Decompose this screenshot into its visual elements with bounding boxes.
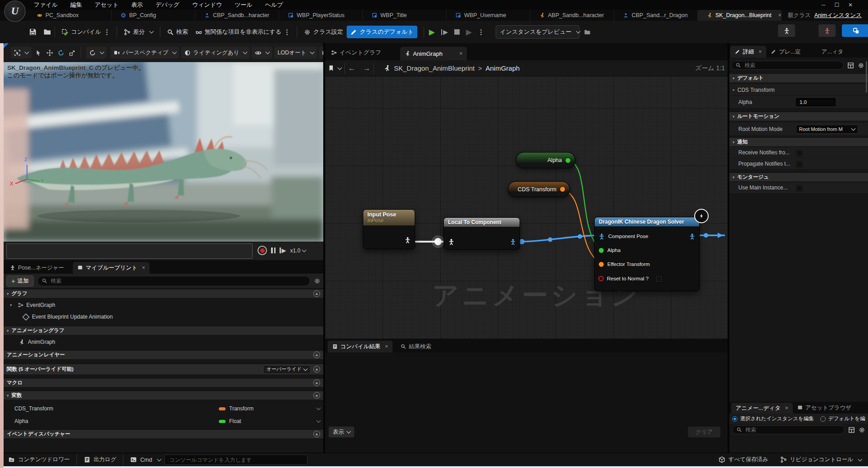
advance-button[interactable]: ▶ [466,28,472,36]
asset-tab-wbp-playerstatus[interactable]: WBP_PlayerStatus [279,10,363,21]
gear-icon[interactable] [314,278,321,284]
asset-tab-cbp-sand-dragon[interactable]: CBP_Sand...r_Dragon [614,10,698,21]
asset-tab-wbp-username[interactable]: WBP_Username [447,10,530,21]
graph-canvas[interactable]: アニメーション Alpha CD [325,76,728,339]
asset-tab-sk-dragon-blueprint[interactable]: SK_Dragon...Blueprint× [698,10,782,21]
edit-defaults-radio[interactable] [820,416,826,422]
tab-close-icon[interactable]: × [778,12,781,18]
asset-tab-wbp-title[interactable]: WBP_Title [363,10,447,21]
cmd-dropdown[interactable]: Cmd [130,456,160,463]
propagate-notifies-checkbox[interactable] [796,161,803,168]
parent-class-link[interactable]: Animインスタンス [814,12,862,19]
breadcrumb-current[interactable]: AnimGraph [485,64,520,72]
alpha-value-input[interactable] [796,98,836,106]
preview-mesh-button[interactable] [778,24,795,37]
close-icon[interactable]: ✕ [844,2,857,8]
output-log-button[interactable]: 出力ログ [84,456,117,464]
tab-my-blueprint[interactable]: マイブループリント× [73,262,149,274]
tab-close-icon[interactable]: × [759,49,762,55]
variable-row-cds-transform[interactable]: CDS_Transform Transform [4,403,323,414]
tab-close-icon[interactable]: × [385,343,388,350]
section-functions[interactable]: 関数 (5 オーバーライド可能) オーバーライド + [4,364,323,374]
tab-preview-settings[interactable]: プレ...定 [766,46,805,58]
step-forward-button[interactable]: ▶ [280,248,286,253]
asset-tab-bp-config[interactable]: BP_Config [112,10,195,21]
minimize-icon[interactable]: ─ [817,2,830,8]
component-pose-output-pin-icon[interactable] [689,233,696,240]
list-item-event-update-animation[interactable]: Event Blueprint Update Animation [4,311,323,322]
debug-mesh-button[interactable] [818,24,836,37]
screenshot-dropdown[interactable] [319,47,323,58]
content-drawer-button[interactable]: コンテンツドロワー [8,456,70,464]
grid-view-icon[interactable] [848,427,855,433]
tab-details[interactable]: 詳細× [730,46,766,58]
float-pin-icon[interactable] [565,158,571,163]
select-tool-icon[interactable] [35,50,42,56]
variable-row-alpha[interactable]: Alpha Float [4,416,323,427]
record-button[interactable] [258,246,267,255]
asset-override-button[interactable] [842,24,868,37]
component-pose-pin-icon[interactable] [510,238,516,245]
transform-pin-icon[interactable] [560,186,565,192]
section-root-motion[interactable]: ▾ルートモーション [729,112,868,121]
asset-tab-abp-sandbox-character[interactable]: ABP_Sandb...haracter [530,10,614,21]
add-function-icon[interactable]: + [313,366,320,373]
grid-view-icon[interactable] [847,62,854,69]
add-button[interactable]: + 追加 [6,275,34,287]
my-blueprint-search-input[interactable] [50,277,306,284]
details-search[interactable] [731,61,844,70]
timeline-track[interactable] [6,243,253,259]
snap-rotate-button[interactable] [86,47,107,58]
maximize-icon[interactable]: ☐ [830,2,844,8]
section-animation-layers[interactable]: アニメーションレイヤー+ [4,350,323,359]
find-button[interactable]: 検索 [163,26,192,38]
list-item-eventgraph[interactable]: ▾EventGraph [4,300,323,310]
hide-unrelated-button[interactable]: 無関係な項目を非表示にする [192,26,294,38]
pin-row-alpha[interactable]: Alpha [598,245,696,255]
tab-compile-results[interactable]: コンパイル結果× [328,341,393,352]
compile-options-icon[interactable] [106,32,108,33]
play-button[interactable]: ▶ [429,28,435,36]
lod-dropdown[interactable]: LODオート [274,47,317,58]
section-event-dispatchers[interactable]: イベントディスパッチャー+ [4,429,323,438]
section-macros[interactable]: マクロ+ [4,378,323,387]
my-blueprint-search[interactable] [37,276,310,286]
menu-window[interactable]: ウィンドウ [192,1,223,9]
pose-pin-icon[interactable] [448,238,455,245]
add-layer-icon[interactable]: + [313,351,320,358]
add-graph-icon[interactable]: + [313,290,320,297]
override-dropdown[interactable]: オーバーライド [263,365,311,374]
add-variable-icon[interactable]: + [313,392,320,399]
receive-notifies-checkbox[interactable] [796,150,803,157]
section-notify[interactable]: ▾通知 [729,137,868,146]
pause-button[interactable] [271,248,276,253]
node-cds-transform-getter[interactable]: CDS Transform [508,181,570,197]
section-animation-graphs[interactable]: ▾アニメーショングラフ [4,326,323,335]
preview-viewport[interactable]: SK_Dragon_AnimBlueprint_C のプレビュー中。 このモード… [4,62,323,242]
menu-tools[interactable]: ツール [234,1,253,9]
tab-close-icon[interactable]: × [459,50,462,57]
preview-instance-dropdown[interactable]: インスタンスをプレビュー [496,25,579,39]
hide-options-icon[interactable] [286,32,288,33]
show-flags-dropdown[interactable] [252,47,272,58]
clear-button[interactable]: クリア [688,427,720,437]
menu-view[interactable]: 表示 [131,1,143,9]
details-row-cds-transform[interactable]: ▸CDS Transform [729,84,868,96]
tab-animgraph[interactable]: AnimGraph × [400,47,467,60]
section-variables[interactable]: ▾変数+ [4,391,323,400]
add-macro-icon[interactable]: + [313,379,320,386]
preview-folder-icon[interactable] [584,29,591,36]
step-button[interactable]: ▶ [441,29,448,35]
browse-asset-button[interactable] [43,28,51,36]
chevron-down-icon[interactable] [316,406,321,410]
stop-button[interactable] [454,29,460,35]
menu-edit[interactable]: 編集 [70,1,82,9]
node-alpha-getter[interactable]: Alpha [516,152,575,168]
edit-selected-radio[interactable] [732,416,737,422]
revision-control-button[interactable]: リビジョンコントロール [780,456,862,464]
nav-forward-icon[interactable]: → [363,64,371,73]
reset-checkbox[interactable] [656,275,662,282]
compile-button[interactable]: コンパイル [58,26,113,38]
section-montage[interactable]: ▾モンタージュ [729,172,868,181]
node-local-to-component[interactable]: Local To Component [443,217,520,250]
